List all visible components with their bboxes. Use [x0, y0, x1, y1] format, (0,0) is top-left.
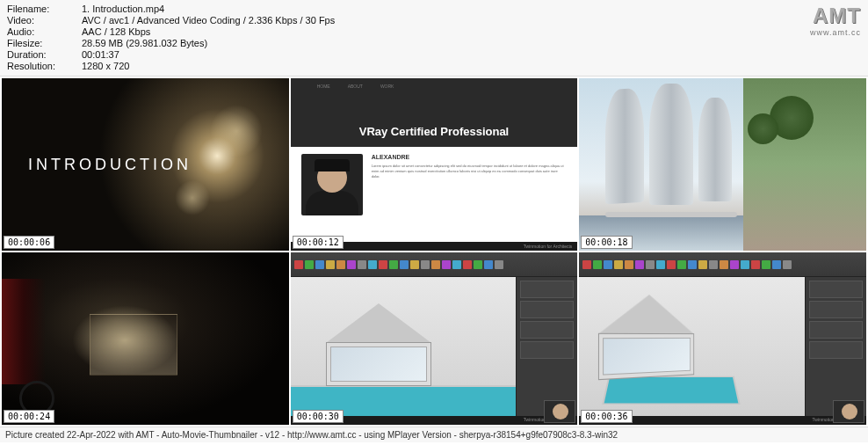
app-toolbar	[291, 252, 578, 277]
filesize-label: Filesize:	[7, 38, 82, 48]
profile-photo	[301, 154, 363, 215]
3d-viewport	[579, 277, 805, 416]
filename-label: Filename:	[7, 4, 82, 14]
logo-text: AMT	[810, 4, 861, 28]
webcam-overlay	[833, 400, 864, 423]
logo-url: www.amt.cc	[810, 28, 861, 37]
thumbnail-3: 00:00:18	[579, 78, 866, 251]
video-label: Video:	[7, 15, 82, 26]
thumbnail-6: Twinmotion for Architects 00:00:36	[579, 252, 866, 425]
timestamp-1: 00:00:06	[4, 236, 54, 249]
amt-logo: AMT www.amt.cc	[810, 4, 861, 72]
webcam-overlay	[544, 400, 575, 423]
thumbnail-5: Twinmotion for Architects 00:00:30	[291, 252, 578, 425]
filename-value: 1. Introduction.mp4	[82, 4, 164, 14]
audio-value: AAC / 128 Kbps	[82, 26, 150, 37]
timestamp-3: 00:00:18	[581, 236, 632, 249]
resolution-label: Resolution:	[7, 61, 82, 71]
video-value: AVC / avc1 / Advanced Video Coding / 2.3…	[82, 15, 335, 26]
timestamp-6: 00:00:36	[581, 410, 632, 423]
thumb2-title: VRay Certified Professional	[291, 125, 578, 138]
timestamp-2: 00:00:12	[293, 236, 344, 249]
timestamp-4: 00:00:24	[4, 410, 54, 423]
thumbnail-1: INTRODUCTION 00:00:06	[2, 78, 289, 251]
thumb1-title: INTRODUCTION	[28, 156, 192, 174]
thumbnail-grid: INTRODUCTION 00:00:06 HOMEABOUTWORK VRay…	[0, 77, 868, 427]
thumbnail-2: HOMEABOUTWORK VRay Certified Professiona…	[291, 78, 578, 251]
side-panel	[805, 277, 866, 416]
filesize-value: 28.59 MB (29.981.032 Bytes)	[82, 38, 207, 48]
thumbnail-4: 00:00:24	[2, 252, 289, 425]
metadata-header: Filename:1. Introduction.mp4 Video:AVC /…	[0, 0, 868, 77]
side-panel	[516, 277, 577, 416]
profile-name: ALEXANDRE	[372, 154, 568, 160]
profile-desc: Lorem ipsum dolor sit amet consectetur a…	[372, 164, 568, 179]
footer-credit: Picture created 22-Apr-2022 with AMT - A…	[0, 427, 868, 442]
app-toolbar	[579, 252, 866, 277]
resolution-value: 1280 x 720	[82, 61, 129, 71]
metadata-block: Filename:1. Introduction.mp4 Video:AVC /…	[7, 4, 335, 72]
timestamp-5: 00:00:30	[293, 410, 344, 423]
duration-label: Duration:	[7, 49, 82, 60]
audio-label: Audio:	[7, 26, 82, 37]
3d-viewport	[291, 277, 517, 416]
duration-value: 00:01:37	[82, 49, 119, 60]
